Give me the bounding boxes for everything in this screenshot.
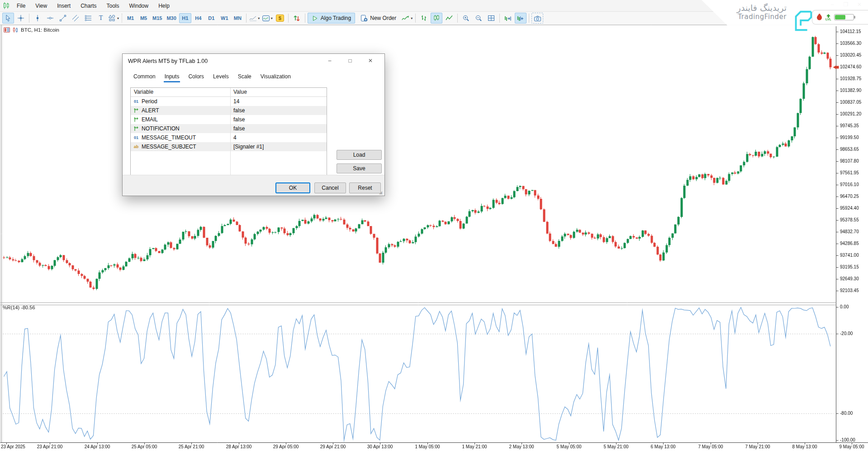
load-button[interactable]: Load [337, 150, 382, 160]
tab-scale[interactable]: Scale [233, 72, 256, 82]
value-cell[interactable]: 14 [230, 98, 327, 105]
zoom-in-button[interactable] [460, 13, 472, 24]
string-input-icon: ab [133, 144, 140, 149]
screenshot-button[interactable] [531, 13, 543, 24]
value-cell[interactable]: [Signaler #1] [230, 144, 327, 150]
channel-tool-button[interactable] [70, 13, 81, 24]
time-axis-label[interactable]: 29 Apr 21:00 [320, 444, 346, 449]
auto-scroll-button[interactable] [515, 13, 526, 24]
horizontal-line-tool-button[interactable] [44, 13, 56, 24]
time-axis-label[interactable]: 30 Apr 13:00 [367, 444, 393, 449]
numeric-input-icon: 01 [133, 135, 140, 140]
currency-button[interactable]: $ [274, 13, 286, 24]
indicators-button[interactable]: ▾ [261, 13, 273, 24]
variable-cell: abMESSAGE_SUBJECT [131, 144, 230, 150]
tab-common[interactable]: Common [129, 72, 160, 82]
time-axis-label[interactable]: 23 Apr 21:00 [37, 444, 63, 449]
chart-shift-button[interactable] [502, 13, 514, 24]
time-axis-label[interactable]: 5 May 21:00 [603, 444, 628, 449]
time-axis-label[interactable]: 28 Apr 13:00 [226, 444, 252, 449]
save-button[interactable]: Save [337, 163, 382, 173]
time-axis-label[interactable]: 24 Apr 13:00 [85, 444, 110, 449]
time-axis-label[interactable]: 7 May 05:00 [698, 444, 723, 449]
menu-file[interactable]: File [12, 0, 30, 12]
dialog-minimize-button[interactable]: – [323, 56, 337, 66]
time-axis-label[interactable]: 25 Apr 05:00 [132, 444, 157, 449]
value-cell[interactable]: false [230, 107, 327, 114]
tab-levels[interactable]: Levels [209, 72, 233, 82]
algo-trading-button[interactable]: Algo Trading [308, 13, 355, 24]
time-axis-label[interactable]: 7 May 21:00 [745, 444, 770, 449]
bar-chart-mode-button[interactable] [418, 13, 430, 24]
time-axis-label[interactable]: 2 May 13:00 [509, 444, 534, 449]
price-axis-label: 103566.30 [840, 41, 861, 46]
crosshair-tool-button[interactable] [15, 13, 27, 24]
timeframe-h1[interactable]: H1 [179, 13, 191, 23]
toolbar-separator [288, 14, 289, 23]
value-cell[interactable]: false [230, 116, 327, 123]
trendline-tool-button[interactable] [57, 13, 69, 24]
text-tool-button[interactable]: T [95, 13, 107, 24]
menu-view[interactable]: View [30, 0, 52, 12]
zoom-out-button[interactable] [473, 13, 484, 24]
time-axis-label[interactable]: 1 May 05:00 [415, 444, 440, 449]
timeframe-d1[interactable]: D1 [205, 13, 218, 23]
column-divider [230, 88, 231, 176]
lvl-indicator: LVL [825, 14, 831, 21]
value-cell[interactable]: 4 [230, 134, 327, 141]
menu-insert[interactable]: Insert [52, 0, 76, 12]
fibonacci-tool-button[interactable] [82, 13, 94, 24]
menu-help[interactable]: Help [153, 0, 175, 12]
time-axis-label[interactable]: 9 May 05:00 [839, 444, 864, 449]
resize-grip[interactable]: ◢ [379, 190, 384, 195]
time-axis-label[interactable]: 23 Apr 2025 [1, 444, 25, 449]
timeframe-m15[interactable]: M15 [151, 13, 164, 23]
menu-charts[interactable]: Charts [76, 0, 101, 12]
table-row[interactable]: 01Period14 [131, 97, 327, 106]
timeframe-w1[interactable]: W1 [218, 13, 231, 23]
time-axis-label[interactable]: 29 Apr 05:00 [273, 444, 299, 449]
variable-column-header[interactable]: Variable [131, 88, 230, 96]
numeric-input-icon: 01 [133, 99, 140, 104]
shapes-tool-button[interactable]: ▾ [108, 13, 119, 24]
tab-visualization[interactable]: Visualization [256, 72, 295, 82]
value-column-header[interactable]: Value [230, 88, 327, 96]
table-row[interactable]: abMESSAGE_SUBJECT[Signaler #1] [131, 142, 327, 151]
tab-colors[interactable]: Colors [184, 72, 209, 82]
dialog-maximize-button[interactable]: □ [343, 56, 357, 66]
toolbar-separator [499, 14, 500, 23]
up-arrow-icon [826, 14, 830, 18]
table-row[interactable]: 01MESSAGE_TIMEOUT4 [131, 133, 327, 142]
time-axis-label[interactable]: 6 May 13:00 [650, 444, 675, 449]
timeframe-mn[interactable]: MN [232, 13, 244, 23]
timeframe-m1[interactable]: M1 [124, 13, 137, 23]
candlestick-mode-button[interactable] [431, 13, 442, 24]
reset-button[interactable]: Reset [349, 182, 381, 193]
quick-trade-button[interactable]: ▾ [401, 13, 413, 24]
chart-type-button[interactable]: ▾ [249, 13, 261, 24]
depth-of-market-button[interactable] [291, 13, 303, 24]
tab-inputs[interactable]: Inputs [160, 72, 184, 82]
dialog-close-button[interactable]: ✕ [363, 56, 378, 66]
tile-windows-button[interactable] [485, 13, 497, 24]
cursor-tool-button[interactable] [2, 13, 14, 24]
timeframe-h4[interactable]: H4 [192, 13, 204, 23]
ok-button[interactable]: OK [275, 182, 310, 193]
new-order-button[interactable]: New Order [356, 13, 400, 24]
menu-tools[interactable]: Tools [102, 0, 124, 12]
value-cell[interactable]: false [230, 125, 327, 132]
time-axis[interactable]: 23 Apr 202523 Apr 21:0024 Apr 13:0025 Ap… [0, 443, 868, 451]
vertical-line-tool-button[interactable] [32, 13, 43, 24]
menu-window[interactable]: Window [124, 0, 154, 12]
time-axis-label[interactable]: 5 May 05:00 [556, 444, 581, 449]
table-row[interactable]: EMAILfalse [131, 115, 327, 124]
table-row[interactable]: NOTIFICATIONfalse [131, 124, 327, 133]
table-row[interactable]: ALERTfalse [131, 106, 327, 115]
timeframe-m5[interactable]: M5 [138, 13, 150, 23]
time-axis-label[interactable]: 25 Apr 21:00 [179, 444, 204, 449]
time-axis-label[interactable]: 8 May 13:00 [792, 444, 817, 449]
timeframe-m30[interactable]: M30 [165, 13, 178, 23]
cancel-button[interactable]: Cancel [314, 182, 346, 193]
line-chart-mode-button[interactable] [443, 13, 455, 24]
time-axis-label[interactable]: 1 May 21:00 [462, 444, 487, 449]
